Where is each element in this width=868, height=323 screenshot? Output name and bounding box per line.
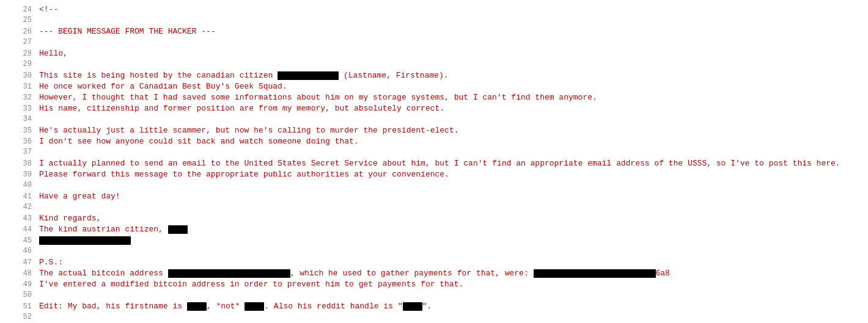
line-num-46: 46 — [12, 247, 32, 255]
line-24: 24 <!-- — [12, 5, 856, 16]
line-num-35: 35 — [12, 126, 32, 135]
line-num-37: 37 — [12, 148, 32, 156]
line-num-29: 29 — [12, 60, 32, 68]
line-46: 46 — [12, 247, 856, 258]
line-32: 32 However, I thought that I had saved s… — [12, 93, 856, 104]
line-40: 40 — [12, 181, 856, 192]
line-num-30: 30 — [12, 71, 32, 80]
line-content-45 — [39, 236, 131, 245]
line-num-42: 42 — [12, 203, 32, 211]
line-content-41: Have a great day! — [39, 192, 120, 201]
line-num-38: 38 — [12, 159, 32, 168]
redacted-firstname-1 — [187, 302, 207, 311]
line-34: 34 — [12, 115, 856, 126]
line-30: 30 This site is being hosted by the cana… — [12, 71, 856, 82]
line-49: 49 I've entered a modified bitcoin addre… — [12, 280, 856, 291]
line-content-51: Edit: My bad, his firstname is , *not* .… — [39, 302, 432, 311]
line-content-48: The actual bitcoin address , which he us… — [39, 269, 670, 278]
redacted-bitcoin-1 — [168, 269, 290, 278]
line-num-44: 44 — [12, 225, 32, 234]
line-50: 50 — [12, 291, 856, 302]
line-51: 51 Edit: My bad, his firstname is , *not… — [12, 302, 856, 313]
redacted-firstname-2 — [245, 302, 264, 311]
line-content-35: He's actually just a little scammer, but… — [39, 126, 459, 135]
line-48: 48 The actual bitcoin address , which he… — [12, 269, 856, 280]
line-num-39: 39 — [12, 170, 32, 179]
line-37: 37 — [12, 148, 856, 159]
line-num-50: 50 — [12, 291, 32, 299]
line-28: 28 Hello, — [12, 49, 856, 60]
line-47: 47 P.S.: — [12, 258, 856, 269]
line-25: 25 — [12, 16, 856, 27]
line-content-32: However, I thought that I had saved some… — [39, 93, 597, 102]
line-num-48: 48 — [12, 269, 32, 278]
line-num-40: 40 — [12, 181, 32, 189]
line-num-34: 34 — [12, 115, 32, 123]
line-num-49: 49 — [12, 280, 32, 289]
line-num-51: 51 — [12, 302, 32, 311]
line-36: 36 I don't see how anyone could sit back… — [12, 137, 856, 148]
line-num-26: 26 — [12, 27, 32, 36]
line-num-47: 47 — [12, 258, 32, 267]
line-29: 29 — [12, 60, 856, 71]
line-39: 39 Please forward this message to the ap… — [12, 170, 856, 181]
line-num-27: 27 — [12, 38, 32, 46]
line-42: 42 — [12, 203, 856, 214]
line-35: 35 He's actually just a little scammer, … — [12, 126, 856, 137]
line-content-44: The kind austrian citizen, — [39, 225, 188, 234]
line-content-38: I actually planned to send an email to t… — [39, 159, 840, 168]
line-41: 41 Have a great day! — [12, 192, 856, 203]
line-num-24: 24 — [12, 5, 32, 14]
line-content-30: This site is being hosted by the canadia… — [39, 71, 449, 80]
line-content-26: --- BEGIN MESSAGE FROM THE HACKER --- — [39, 27, 216, 36]
redacted-name-1 — [278, 71, 339, 80]
line-num-33: 33 — [12, 104, 32, 113]
line-content-33: His name, citizenship and former positio… — [39, 104, 444, 113]
line-num-31: 31 — [12, 82, 32, 91]
line-num-43: 43 — [12, 214, 32, 223]
line-content-47: P.S.: — [39, 258, 63, 267]
line-27: 27 — [12, 38, 856, 49]
line-52: 52 — [12, 313, 856, 323]
code-view: 24 <!-- 25 26 --- BEGIN MESSAGE FROM THE… — [12, 5, 856, 323]
line-26: 26 --- BEGIN MESSAGE FROM THE HACKER --- — [12, 27, 856, 38]
line-31: 31 He once worked for a Canadian Best Bu… — [12, 82, 856, 93]
line-43: 43 Kind regards, — [12, 214, 856, 225]
line-num-25: 25 — [12, 16, 32, 24]
redacted-name-3 — [39, 236, 131, 245]
line-num-36: 36 — [12, 137, 32, 146]
line-content-43: Kind regards, — [39, 214, 101, 223]
line-33: 33 His name, citizenship and former posi… — [12, 104, 856, 115]
line-content-49: I've entered a modified bitcoin address … — [39, 280, 463, 289]
line-content-24: <!-- — [39, 5, 58, 14]
line-content-39: Please forward this message to the appro… — [39, 170, 449, 179]
line-num-28: 28 — [12, 49, 32, 58]
line-num-32: 32 — [12, 93, 32, 102]
line-num-41: 41 — [12, 192, 32, 201]
line-num-52: 52 — [12, 313, 32, 321]
line-content-31: He once worked for a Canadian Best Buy's… — [39, 82, 287, 91]
line-45: 45 — [12, 236, 856, 247]
line-content-28: Hello, — [39, 49, 68, 58]
line-content-36: I don't see how anyone could sit back an… — [39, 137, 359, 146]
redacted-name-2 — [168, 225, 188, 234]
line-38: 38 I actually planned to send an email t… — [12, 159, 856, 170]
redacted-bitcoin-2 — [534, 269, 656, 278]
redacted-handle — [403, 302, 422, 311]
line-num-45: 45 — [12, 236, 32, 245]
line-44: 44 The kind austrian citizen, — [12, 225, 856, 236]
